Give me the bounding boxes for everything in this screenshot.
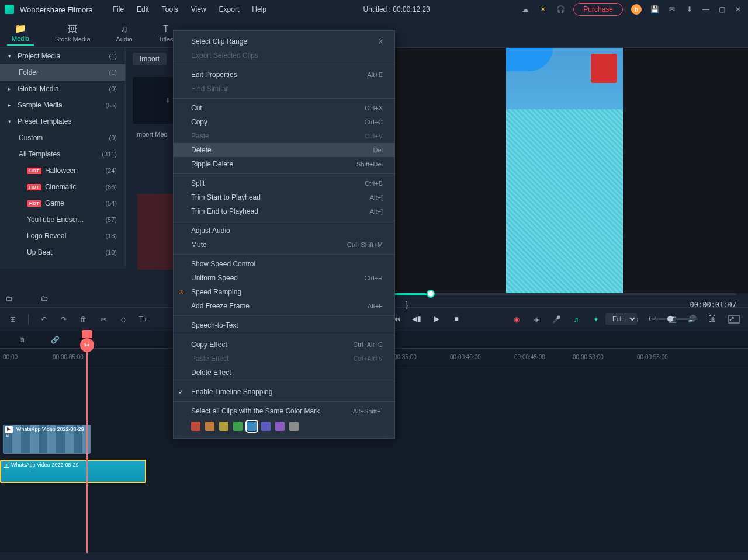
context-menu: Select Clip RangeXExport Selected ClipsE… xyxy=(173,30,395,439)
ctx-cut[interactable]: CutCtrl+X xyxy=(174,101,394,115)
ctx-find-similar: Find Similar xyxy=(174,82,394,96)
ctx-add-freeze-frame[interactable]: Add Freeze FrameAlt+F xyxy=(174,299,394,313)
close-icon[interactable]: ✕ xyxy=(735,5,743,13)
color-mark-row xyxy=(174,418,394,434)
color-swatch[interactable] xyxy=(191,422,200,431)
idea-icon[interactable]: ☀ xyxy=(538,5,548,14)
scissors-icon[interactable]: ✂ xyxy=(80,338,94,352)
ctx-copy[interactable]: CopyCtrl+C xyxy=(174,115,394,129)
sidebar-item-logo-reveal[interactable]: Logo Reveal(18) xyxy=(0,228,125,244)
video-clip[interactable]: ▶ WhatsApp Video 2022-08-29 a xyxy=(3,425,91,454)
sidebar-item-game[interactable]: HOTGame(54) xyxy=(0,195,125,211)
sidebar-item-sample-media[interactable]: ▸Sample Media(55) xyxy=(0,97,125,113)
ctx-trim-end-to-playhead[interactable]: Trim End to PlayheadAlt+] xyxy=(174,204,394,218)
tab-media[interactable]: 📁Media xyxy=(7,20,34,46)
sidebar-item-halloween[interactable]: HOTHalloween(24) xyxy=(0,162,125,179)
sidebar-item-cinematic[interactable]: HOTCinematic(66) xyxy=(0,179,125,195)
ctx-speed-ramping[interactable]: ♔Speed Ramping xyxy=(174,285,394,299)
ctx-edit-properties[interactable]: Edit PropertiesAlt+E xyxy=(174,68,394,82)
import-tab[interactable]: Import xyxy=(133,53,167,65)
maximize-icon[interactable]: ▢ xyxy=(719,5,727,13)
sidebar-item-project-media[interactable]: ▾Project Media(1) xyxy=(0,48,125,64)
ruler-tick: 00:00:45:00 xyxy=(514,354,545,360)
delete-icon[interactable]: 🗑 xyxy=(79,315,88,324)
sidebar-item-up-beat[interactable]: Up Beat(10) xyxy=(0,244,125,260)
sidebar-item-preset-templates[interactable]: ▾Preset Templates xyxy=(0,113,125,130)
ctx-enable-timeline-snapping[interactable]: ✓Enable Timeline Snapping xyxy=(174,385,394,399)
menu-export[interactable]: Export xyxy=(213,3,245,16)
ruler-tick: 00:00:50:00 xyxy=(573,354,604,360)
minimize-icon[interactable]: — xyxy=(702,5,711,13)
color-swatch[interactable] xyxy=(205,422,214,431)
audio-clip[interactable]: ♪WhatsApp Video 2022-08-29 xyxy=(0,460,146,483)
add-track-icon[interactable]: ⊞ xyxy=(8,315,18,324)
download-icon[interactable]: ⬇ xyxy=(685,5,694,14)
avatar[interactable]: b xyxy=(631,4,642,15)
ctx-adjust-audio[interactable]: Adjust Audio xyxy=(174,224,394,238)
text-icon[interactable]: T+ xyxy=(138,315,148,324)
ruler-tick: 00:00:55:00 xyxy=(637,354,668,360)
playhead[interactable]: ✂ xyxy=(86,331,88,553)
ctx-delete-effect[interactable]: Delete Effect xyxy=(174,366,394,380)
undo-icon[interactable]: ↶ xyxy=(39,315,49,324)
sidebar-item-all-templates[interactable]: All Templates(311) xyxy=(0,146,125,162)
ctx-speech-to-text[interactable]: Speech-to-Text xyxy=(174,318,394,332)
chain-icon[interactable]: 🔗 xyxy=(50,335,60,345)
folder-plus-icon[interactable]: 🗁 xyxy=(41,294,53,306)
color-swatch[interactable] xyxy=(261,422,271,431)
play-icon[interactable]: ▶ xyxy=(432,314,441,324)
color-swatch[interactable] xyxy=(275,422,285,431)
color-swatch[interactable] xyxy=(289,422,299,431)
new-folder-icon[interactable]: 🗀 xyxy=(6,294,18,306)
menu-view[interactable]: View xyxy=(185,3,212,16)
color-swatch[interactable] xyxy=(247,422,257,431)
menubar: FileEditToolsViewExportHelp xyxy=(107,3,272,16)
popout-icon[interactable]: ⛶ xyxy=(707,314,716,324)
color-swatch[interactable] xyxy=(219,422,228,431)
scrubber[interactable] xyxy=(392,293,736,295)
ruler-tick: 00:00:05:00 xyxy=(53,354,84,360)
preview-panel: { } 00:00:01:07 ⏮ ◀▮ ▶ ■ Full 🖵 📷 🔊 ⛶ ⤢ xyxy=(380,48,748,269)
ctx-ripple-delete[interactable]: Ripple DeleteShift+Del xyxy=(174,157,394,171)
tag-icon[interactable]: ◇ xyxy=(119,315,128,324)
ctx-mute[interactable]: MuteCtrl+Shift+M xyxy=(174,238,394,252)
ctx-trim-start-to-playhead[interactable]: Trim Start to PlayheadAlt+[ xyxy=(174,190,394,204)
app-name: Wondershare Filmora xyxy=(20,5,93,14)
scrubber-thumb[interactable] xyxy=(427,290,435,298)
step-back-icon[interactable]: ◀▮ xyxy=(412,314,421,324)
sidebar-item-youtube-endscr---[interactable]: YouTube Endscr...(57) xyxy=(0,211,125,228)
color-swatch[interactable] xyxy=(233,422,243,431)
ctx-select-all-clips-with-the-same-color-mark[interactable]: Select all Clips with the Same Color Mar… xyxy=(174,404,394,418)
sidebar-item-global-media[interactable]: ▸Global Media(0) xyxy=(0,81,125,97)
ctx-split[interactable]: SplitCtrl+B xyxy=(174,176,394,190)
redo-icon[interactable]: ↷ xyxy=(59,315,68,324)
titlebar: Wondershare Filmora FileEditToolsViewExp… xyxy=(0,0,748,19)
quality-select[interactable]: Full xyxy=(605,313,637,325)
preview-canvas[interactable] xyxy=(380,48,748,293)
tab-audio[interactable]: ♫Audio xyxy=(112,22,137,45)
ctx-copy-effect[interactable]: Copy EffectCtrl+Alt+C xyxy=(174,338,394,352)
menu-edit[interactable]: Edit xyxy=(131,3,155,16)
mail-icon[interactable]: ✉ xyxy=(667,5,677,14)
ctx-select-clip-range[interactable]: Select Clip RangeX xyxy=(174,34,394,48)
purchase-button[interactable]: Purchase xyxy=(573,3,623,16)
sidebar-item-custom[interactable]: Custom(0) xyxy=(0,130,125,146)
menu-file[interactable]: File xyxy=(107,3,130,16)
ctx-show-speed-control[interactable]: Show Speed Control xyxy=(174,257,394,271)
ctx-delete[interactable]: DeleteDel xyxy=(174,143,394,157)
split-icon[interactable]: ✂ xyxy=(99,315,108,324)
menu-help[interactable]: Help xyxy=(246,3,272,16)
sidebar-item-folder[interactable]: Folder(1) xyxy=(0,64,125,81)
ctx-uniform-speed[interactable]: Uniform SpeedCtrl+R xyxy=(174,271,394,285)
document-title: Untitled : 00:00:12:23 xyxy=(275,5,518,13)
headset-icon[interactable]: 🎧 xyxy=(556,5,565,14)
stop-icon[interactable]: ■ xyxy=(452,314,461,324)
cloud-icon[interactable]: ☁ xyxy=(521,5,530,14)
tab-stock-media[interactable]: 🖼Stock Media xyxy=(50,22,95,45)
mark-out-icon[interactable]: } xyxy=(406,300,408,309)
zoom-slider[interactable] xyxy=(651,318,698,320)
menu-tools[interactable]: Tools xyxy=(156,3,184,16)
fullscreen-icon[interactable]: ⤢ xyxy=(727,314,736,324)
save-icon[interactable]: 💾 xyxy=(650,5,659,14)
link-toggle-icon[interactable]: 🗎 xyxy=(18,335,27,345)
